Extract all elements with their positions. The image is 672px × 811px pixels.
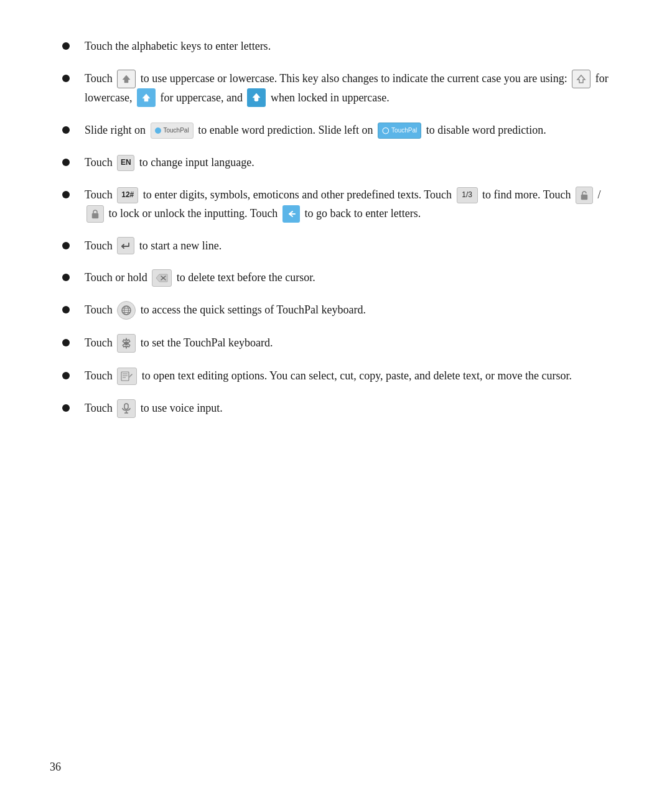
bullet-dot — [62, 126, 70, 134]
shift-icon — [117, 70, 136, 88]
bullet-dot — [62, 159, 70, 166]
svg-marker-0 — [123, 75, 130, 83]
bullet-list: Touch the alphabetic keys to enter lette… — [50, 37, 622, 419]
bullet-dot — [62, 339, 70, 346]
list-item: Touch or hold to delete text before the … — [50, 269, 622, 287]
shift-locked-icon — [247, 88, 266, 107]
bullet-dot — [62, 191, 70, 198]
list-item: Touch the alphabetic keys to enter lette… — [50, 37, 622, 56]
mic-icon — [117, 399, 136, 418]
bullet-content: Touch the alphabetic keys to enter lette… — [85, 37, 622, 56]
quick-settings-icon — [117, 301, 136, 320]
list-item: Touch to start a new line. — [50, 237, 622, 256]
bullet-content: Touch EN to change input language. — [85, 154, 622, 172]
svg-rect-20 — [124, 404, 128, 409]
bullet-dot — [62, 306, 70, 313]
bullet-content: Touch to set the TouchPal keyboard. — [85, 334, 622, 353]
svg-rect-4 — [255, 100, 258, 101]
list-item: Slide right on TouchPal to enable word p… — [50, 121, 622, 140]
bullet-dot — [62, 42, 70, 50]
delete-icon — [152, 269, 172, 287]
back-arrow-icon — [282, 205, 300, 223]
en-icon: EN — [117, 155, 134, 171]
bullet-dot — [62, 404, 70, 412]
list-item: Touch to use uppercase or lowercase. Thi… — [50, 70, 622, 108]
12hash-icon: 12# — [117, 187, 138, 203]
list-item: Touch to open text editing options. You … — [50, 367, 622, 386]
bullet-content: Touch 12# to enter digits, symbols, emot… — [85, 186, 622, 223]
textedit-icon — [117, 368, 137, 385]
list-item: Touch to set the TouchPal keyboard. — [50, 334, 622, 353]
bullet-content: Touch to use uppercase or lowercase. Thi… — [85, 70, 622, 108]
list-item: Touch 12# to enter digits, symbols, emot… — [50, 186, 622, 223]
bullet-content: Touch to open text editing options. You … — [85, 367, 622, 386]
list-item: Touch to use voice input. — [50, 399, 622, 419]
svg-point-14 — [124, 341, 128, 345]
bullet-dot — [62, 372, 70, 379]
bullet-content: Touch to start a new line. — [85, 237, 622, 256]
bullet-content: Touch to access the quick settings of To… — [85, 301, 622, 320]
bullet-dot — [62, 242, 70, 249]
bullet-content: Touch to use voice input. — [85, 399, 622, 419]
svg-rect-6 — [92, 213, 98, 218]
page-number: 36 — [50, 761, 61, 774]
list-item: Touch EN to change input language. — [50, 154, 622, 172]
gear-icon — [117, 334, 136, 353]
enter-icon — [117, 237, 134, 254]
svg-marker-2 — [142, 94, 150, 101]
bullet-dot — [62, 274, 70, 281]
shift-blue-icon — [137, 88, 156, 107]
svg-rect-15 — [121, 372, 129, 381]
shift-outline-icon — [572, 70, 590, 88]
svg-line-19 — [129, 376, 130, 378]
svg-rect-5 — [581, 195, 587, 200]
lock-icon — [86, 205, 104, 223]
svg-marker-1 — [577, 75, 585, 83]
touchpal-left-icon: ◯ TouchPal — [378, 123, 421, 139]
bullet-dot — [62, 75, 70, 82]
bullet-content: Slide right on TouchPal to enable word p… — [85, 121, 622, 140]
unlock-icon — [576, 187, 593, 204]
bullet-content: Touch or hold to delete text before the … — [85, 269, 622, 287]
1of3-icon: 1/3 — [457, 187, 478, 203]
touchpal-right-icon: TouchPal — [151, 123, 194, 139]
page-container: Touch the alphabetic keys to enter lette… — [0, 0, 672, 482]
list-item: Touch to access the quick settings of To… — [50, 301, 622, 320]
